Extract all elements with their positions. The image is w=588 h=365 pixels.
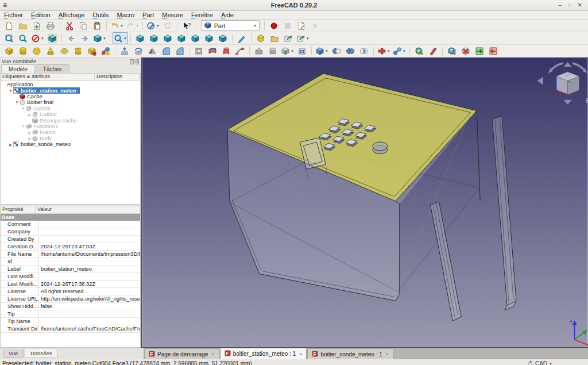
close-tab-icon[interactable]: ×: [211, 351, 214, 357]
workbench-selector[interactable]: Part▼: [201, 20, 260, 31]
dropdown-arrow-icon[interactable]: ▼: [387, 49, 390, 53]
thickness-button[interactable]: [295, 45, 309, 57]
menu-mesure[interactable]: Mesure: [158, 11, 187, 19]
expander-open-icon[interactable]: ▼: [14, 101, 20, 104]
navigation-style-selector[interactable]: CAD ▼: [527, 360, 552, 365]
loft-button[interactable]: [219, 45, 233, 57]
expander-open-icon[interactable]: ▼: [8, 89, 13, 93]
3d-viewport[interactable]: z y x: [141, 57, 588, 348]
minimize-button[interactable]: –: [559, 2, 562, 8]
primitive-box-button[interactable]: [2, 45, 16, 57]
revolve-button[interactable]: [131, 45, 145, 57]
dropdown-arrow-icon[interactable]: ▼: [325, 49, 328, 53]
document-tab-page-de-d-marrage[interactable]: FPage de démarrage×: [144, 348, 219, 359]
property-value[interactable]: boitier_station_meteo: [39, 266, 140, 272]
refresh-button[interactable]: [161, 20, 175, 32]
property-value[interactable]: /home/antoine/.cache/FreeCAD/Cache/FreeC…: [39, 325, 140, 332]
view-front-button[interactable]: [147, 32, 161, 44]
tree-item-cut006[interactable]: ▼Cut006: [1, 106, 140, 112]
dropdown-arrow-icon[interactable]: ▼: [156, 24, 160, 28]
tree-item-boitier-final[interactable]: ▼Boitier final: [1, 99, 140, 105]
dropdown-arrow-icon[interactable]: ▼: [136, 24, 139, 28]
property-value[interactable]: false: [39, 303, 140, 310]
split-group-button[interactable]: ▼: [392, 45, 407, 57]
property-value[interactable]: [39, 318, 140, 325]
cut-button[interactable]: [63, 20, 76, 32]
view-axonometric-button[interactable]: [133, 32, 147, 44]
tree-item-fusion[interactable]: ▶Fusion: [1, 129, 140, 135]
new-file-button[interactable]: [2, 20, 16, 32]
edit-mode-button[interactable]: ▼: [145, 20, 161, 32]
boolean-button[interactable]: ▼: [314, 45, 330, 57]
expander-closed-icon[interactable]: ▶: [27, 113, 32, 117]
sweep-button[interactable]: [233, 45, 247, 57]
primitive-tube-button[interactable]: [71, 45, 85, 57]
tree-item-cache[interactable]: Cache: [1, 94, 140, 99]
nav-cube-body[interactable]: [556, 72, 579, 95]
tree-item-boitier-sonde-meteo[interactable]: ▶boitier_sonde_meteo: [1, 141, 140, 147]
tree-item-cut002[interactable]: ▶Cut002: [1, 112, 140, 117]
view-bottom-button[interactable]: [202, 32, 216, 44]
copy-button[interactable]: [76, 20, 90, 32]
expander-open-icon[interactable]: ▼: [21, 107, 26, 110]
macro-stop-button[interactable]: [281, 20, 295, 32]
tree-item-application[interactable]: Application: [1, 82, 140, 87]
property-value[interactable]: [39, 228, 140, 235]
float-panel-button[interactable]: ❏: [130, 59, 134, 64]
tab-vue[interactable]: Vue: [3, 349, 24, 358]
dropdown-arrow-icon[interactable]: ▼: [103, 37, 106, 40]
property-value[interactable]: http://en.wikipedia.org/wiki/All_rights_…: [39, 295, 140, 302]
fit-all-button[interactable]: [2, 32, 16, 44]
menu-fentre[interactable]: Fenêtre: [187, 11, 217, 19]
view-right-button[interactable]: [175, 32, 188, 44]
measure-toggle-all-button[interactable]: [473, 45, 486, 57]
primitive-sphere-button[interactable]: [30, 45, 44, 57]
expander-closed-icon[interactable]: ▶: [27, 130, 32, 135]
dropdown-arrow-icon[interactable]: ▼: [41, 37, 44, 40]
menu-aide[interactable]: Aide: [217, 11, 238, 19]
property-value[interactable]: [39, 310, 140, 317]
close-tab-icon[interactable]: ×: [299, 351, 302, 357]
menu-part[interactable]: Part: [138, 11, 158, 19]
create-group-button[interactable]: [268, 32, 281, 44]
nav-forward-button[interactable]: [78, 32, 92, 44]
property-value[interactable]: [39, 221, 140, 228]
menu-outils[interactable]: Outils: [88, 11, 113, 19]
dropdown-arrow-icon[interactable]: ▼: [123, 37, 127, 40]
macro-play-button[interactable]: [308, 20, 322, 32]
linked-views-button[interactable]: ▼: [92, 32, 107, 44]
cross-sections-button[interactable]: [266, 45, 280, 57]
dropdown-arrow-icon[interactable]: ▼: [306, 37, 310, 40]
save-button[interactable]: [30, 20, 44, 32]
expander-open-icon[interactable]: ▼: [21, 125, 26, 128]
tab-tâches[interactable]: Tâches: [36, 64, 69, 73]
join-connect-button[interactable]: ▼: [376, 45, 392, 57]
shape-builder-button[interactable]: [99, 45, 113, 57]
maximize-button[interactable]: ▫: [568, 2, 571, 8]
make-face-button[interactable]: [192, 45, 206, 57]
boolean-union-button[interactable]: [343, 45, 357, 57]
defeaturing-button[interactable]: [426, 45, 440, 57]
menu-macro[interactable]: Macro: [113, 11, 138, 19]
tree-item-body[interactable]: ▶Body: [1, 136, 140, 141]
view-rear-button[interactable]: [188, 32, 202, 44]
expander-closed-icon[interactable]: ▶: [8, 143, 13, 147]
tree-item-d-coupe-cache[interactable]: Découpe cache: [1, 117, 140, 123]
boolean-cut-button[interactable]: [330, 45, 343, 57]
property-group-base[interactable]: Base: [1, 214, 140, 221]
paste-button[interactable]: [90, 20, 104, 32]
dropdown-arrow-icon[interactable]: ▼: [291, 49, 294, 53]
primitive-cylinder-button[interactable]: [16, 45, 30, 57]
tree-item-fusion001[interactable]: ▼Fusion001: [1, 124, 140, 129]
fillet-button[interactable]: [159, 45, 173, 57]
menu-fichier[interactable]: Fichier: [0, 11, 27, 19]
measure-toggle-3d-button[interactable]: [486, 45, 500, 57]
make-link-button[interactable]: [281, 32, 295, 44]
dropdown-arrow-icon[interactable]: ▼: [120, 24, 123, 28]
close-panel-button[interactable]: ×: [136, 59, 139, 64]
bounding-box-button[interactable]: [45, 32, 59, 44]
macro-record-button[interactable]: [267, 20, 281, 32]
measure-distance-button[interactable]: [235, 32, 249, 44]
print-button[interactable]: [44, 20, 57, 32]
compound-button[interactable]: F▼: [280, 45, 295, 57]
